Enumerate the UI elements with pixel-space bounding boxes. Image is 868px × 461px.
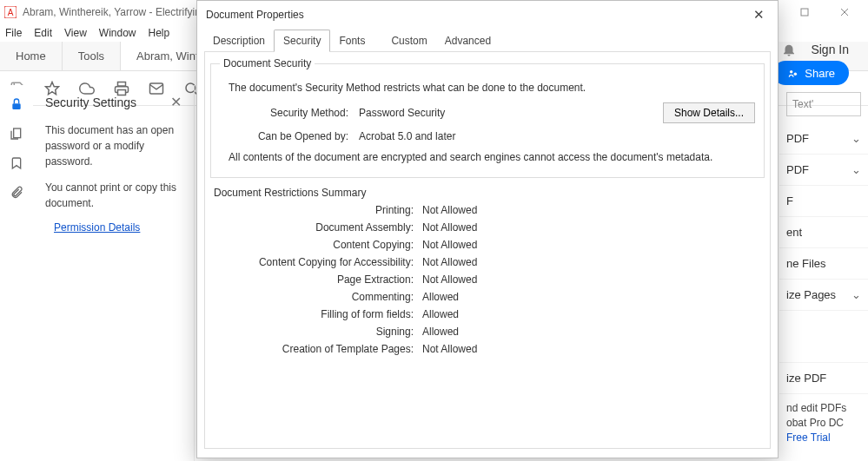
restriction-row: Filling of form fields:Allowed: [205, 308, 770, 320]
restriction-key: Printing:: [205, 204, 422, 216]
restriction-value: Allowed: [422, 308, 459, 320]
restriction-row: Printing:Not Allowed: [205, 204, 770, 216]
sidepanel-text-1: This document has an open password or a …: [45, 122, 182, 169]
restrictions-list: Printing:Not AllowedDocument Assembly:No…: [205, 204, 770, 355]
security-method-value: Password Security: [359, 107, 663, 119]
restriction-row: Commenting:Allowed: [205, 291, 770, 303]
document-properties-dialog: Document Properties ✕ Description Securi…: [196, 0, 779, 458]
lock-icon[interactable]: [10, 97, 23, 111]
document-security-group: Document Security The document's Securit…: [210, 57, 765, 178]
restrictions-heading: Document Restrictions Summary: [214, 187, 770, 199]
show-details-button[interactable]: Show Details...: [663, 102, 755, 123]
restriction-key: Content Copying for Accessibility:: [205, 256, 422, 268]
restriction-key: Commenting:: [205, 291, 422, 303]
svg-text:A: A: [8, 8, 14, 17]
restriction-value: Not Allowed: [422, 343, 477, 355]
sidepanel-title: Security Settings: [45, 95, 136, 109]
menu-file[interactable]: File: [5, 27, 22, 39]
security-method-label: Security Method:: [220, 107, 359, 119]
security-sidepanel: Security Settings ✕ This document has an…: [33, 85, 195, 461]
restriction-row: Content Copying for Accessibility:Not Al…: [205, 256, 770, 268]
tab-custom[interactable]: Custom: [382, 30, 435, 51]
restriction-value: Not Allowed: [422, 204, 477, 216]
svg-rect-15: [14, 128, 21, 138]
menu-view[interactable]: View: [64, 27, 87, 39]
svg-point-12: [790, 70, 793, 74]
security-note: The document's Security Method restricts…: [229, 80, 755, 95]
dialog-tabs: Description Security Fonts Custom Advanc…: [197, 29, 778, 51]
restriction-key: Document Assembly:: [205, 221, 422, 234]
opened-by-value: Acrobat 5.0 and later: [359, 130, 755, 142]
restriction-row: Creation of Template Pages:Not Allowed: [205, 343, 770, 355]
tab-fonts[interactable]: Fonts: [330, 30, 374, 51]
attachment-icon[interactable]: [10, 186, 23, 200]
promo-block: nd edit PDFs obat Pro DC Free Trial: [779, 394, 868, 451]
left-rail: [0, 85, 33, 461]
notification-bell-icon[interactable]: [781, 42, 797, 57]
right-item-spacer: [779, 311, 868, 363]
right-tools-panel: Text' PDF⌄ PDF⌄ F ent ne Files ize Pages…: [779, 85, 868, 461]
right-item-7[interactable]: ize PDF: [779, 363, 868, 394]
restriction-key: Creation of Template Pages:: [205, 343, 422, 355]
restriction-key: Signing:: [205, 326, 422, 338]
restriction-value: Not Allowed: [422, 256, 477, 268]
restriction-value: Not Allowed: [422, 239, 477, 251]
tab-advanced[interactable]: Advanced: [436, 30, 500, 51]
app-icon: A: [3, 5, 17, 19]
pages-icon[interactable]: [10, 127, 23, 141]
restriction-value: Allowed: [422, 326, 459, 338]
group-legend: Document Security: [220, 57, 315, 69]
svg-rect-14: [12, 103, 20, 109]
chevron-down-icon: ⌄: [851, 288, 861, 301]
sign-in-link[interactable]: Sign In: [811, 43, 849, 56]
chevron-down-icon: ⌄: [851, 132, 861, 145]
free-trial-link[interactable]: Free Trial: [786, 431, 831, 444]
restriction-value: Not Allowed: [422, 221, 477, 234]
restriction-key: Filling of form fields:: [205, 308, 422, 320]
chevron-down-icon: ⌄: [851, 163, 861, 176]
menu-window[interactable]: Window: [99, 27, 136, 39]
right-item-4[interactable]: ne Files: [779, 248, 868, 280]
sidepanel-text-2: You cannot print or copy this document.: [45, 180, 182, 211]
svg-rect-3: [801, 9, 808, 16]
tab-security[interactable]: Security: [274, 30, 330, 52]
svg-point-13: [794, 72, 798, 76]
restriction-key: Content Copying:: [205, 239, 422, 251]
right-item-2[interactable]: F: [779, 186, 868, 217]
restriction-row: Signing:Allowed: [205, 326, 770, 338]
restriction-row: Content Copying:Not Allowed: [205, 239, 770, 251]
tab-home[interactable]: Home: [0, 42, 63, 70]
menu-edit[interactable]: Edit: [34, 27, 52, 39]
restriction-value: Not Allowed: [422, 273, 477, 286]
window-maximize-button[interactable]: [785, 0, 825, 24]
restriction-key: Page Extraction:: [205, 273, 422, 286]
sidepanel-close-icon[interactable]: ✕: [170, 94, 182, 110]
right-item-0[interactable]: PDF⌄: [779, 123, 868, 155]
right-item-3[interactable]: ent: [779, 217, 868, 248]
encryption-note: All contents of the document are encrypt…: [229, 149, 755, 165]
tab-tools[interactable]: Tools: [63, 42, 121, 70]
restriction-row: Page Extraction:Not Allowed: [205, 273, 770, 286]
window-close-button[interactable]: [825, 0, 865, 24]
right-item-1[interactable]: PDF⌄: [779, 155, 868, 186]
dialog-title: Document Properties: [206, 9, 304, 21]
search-input[interactable]: Text': [786, 92, 861, 116]
restriction-row: Document Assembly:Not Allowed: [205, 221, 770, 234]
permission-details-link[interactable]: Permission Details: [54, 221, 140, 234]
restriction-value: Allowed: [422, 291, 459, 303]
opened-by-label: Can be Opened by:: [220, 130, 359, 142]
dialog-close-button[interactable]: ✕: [748, 7, 769, 23]
tab-description[interactable]: Description: [204, 30, 274, 51]
menu-help[interactable]: Help: [149, 27, 170, 39]
bookmark-icon[interactable]: [10, 156, 23, 170]
right-item-5[interactable]: ize Pages⌄: [779, 280, 868, 311]
